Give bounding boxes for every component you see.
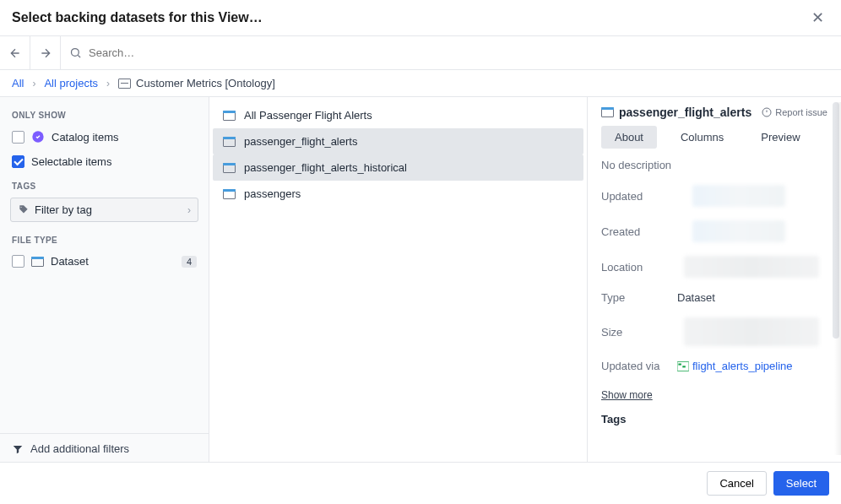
dialog-footer: Cancel Select [0,462,841,504]
list-item-label: passenger_flight_alerts [244,135,357,148]
filter-label: Selectable items [31,155,111,168]
svg-point-0 [72,49,79,57]
redacted-value-icon [684,317,819,346]
list-item[interactable]: All Passenger Flight Alerts [213,102,583,128]
breadcrumb-project[interactable]: All projects [44,77,98,89]
chevron-right-icon: › [32,78,35,89]
sidebar: ONLY SHOW Catalog items Selectable items… [0,97,209,463]
forward-button[interactable] [30,36,61,69]
list-item-label: passengers [244,187,301,200]
list-item[interactable]: passenger_flight_alerts [213,128,583,154]
select-button[interactable]: Select [773,471,829,496]
report-issue-label: Report issue [775,107,827,117]
meta-label: Size [601,326,677,339]
search-icon [69,46,82,59]
dialog-body: ONLY SHOW Catalog items Selectable items… [0,97,841,463]
checkbox-icon[interactable] [12,155,24,168]
sidebar-content: ONLY SHOW Catalog items Selectable items… [0,97,209,433]
file-type-label: FILE TYPE [12,236,198,245]
scrollbar[interactable] [833,102,839,455]
only-show-label: ONLY SHOW [12,111,198,120]
filter-icon [12,443,24,455]
count-badge: 4 [182,256,197,268]
meta-size: Size [601,317,827,346]
tag-icon [18,204,30,216]
dataset-icon [223,163,236,173]
meta-label: Type [601,291,677,304]
cancel-button[interactable]: Cancel [707,471,766,496]
tags-header: Tags [601,413,827,425]
tab-columns[interactable]: Columns [667,126,737,149]
ontology-icon [118,79,131,89]
filter-by-tag-label: Filter by tag [35,203,92,216]
list-item-label: All Passenger Flight Alerts [244,109,372,122]
show-more-link[interactable]: Show more [601,389,653,401]
chevron-right-icon: › [106,78,110,89]
pipeline-link[interactable]: flight_alerts_pipeline [677,360,793,372]
meta-updated-via: Updated via flight_alerts_pipeline [601,360,827,372]
arrow-left-icon [8,46,22,60]
warning-icon [762,107,772,117]
meta-label: Updated via [601,360,677,372]
dataset-icon [223,189,236,199]
back-button[interactable] [0,36,30,69]
filter-label: Dataset [51,255,89,268]
chevron-right-icon: › [187,204,191,216]
dialog-title: Select backing datasets for this View… [12,10,263,25]
redacted-value-icon [692,220,785,242]
list-item[interactable]: passenger_flight_alerts_historical [213,154,583,181]
svg-rect-4 [678,363,681,365]
tab-about[interactable]: About [601,126,657,149]
details-title-text: passenger_flight_alerts [619,106,751,119]
filter-label: Catalog items [52,131,118,144]
meta-label: Location [601,261,677,274]
details-title: passenger_flight_alerts [601,106,751,119]
breadcrumb: All › All projects › Customer Metrics [O… [0,70,841,97]
filter-dataset[interactable]: Dataset 4 [10,252,198,271]
tab-preview[interactable]: Preview [747,126,813,149]
dataset-icon [601,107,614,117]
dialog-header: Select backing datasets for this View… ✕ [0,0,841,36]
meta-value: Dataset [677,291,715,304]
breadcrumb-root[interactable]: All [12,77,24,89]
checkbox-icon[interactable] [12,131,24,144]
meta-location: Location [601,256,827,278]
dataset-icon [31,257,44,267]
dataset-icon [223,137,236,147]
description: No description [601,159,827,171]
meta-updated: Updated [601,185,827,207]
pipeline-link-text[interactable]: flight_alerts_pipeline [692,360,793,372]
verified-badge-icon [31,130,45,144]
search-field[interactable] [61,46,841,59]
report-issue[interactable]: Report issue [762,107,827,117]
details-header: passenger_flight_alerts Report issue [601,106,827,119]
breadcrumb-leaf: Customer Metrics [Ontology] [118,77,275,89]
close-icon[interactable]: ✕ [806,8,829,27]
dataset-icon [223,111,236,121]
dataset-list: All Passenger Flight Alerts passenger_fl… [209,97,588,463]
tags-label: TAGS [12,182,198,191]
meta-created: Created [601,220,827,242]
meta-label: Updated [601,190,677,203]
add-additional-filters[interactable]: Add additional filters [0,433,209,463]
redacted-value-icon [692,185,785,207]
filter-catalog-items[interactable]: Catalog items [10,127,198,147]
list-item-label: passenger_flight_alerts_historical [244,161,407,174]
breadcrumb-leaf-label: Customer Metrics [Ontology] [136,77,275,89]
redacted-value-icon [684,256,819,278]
search-input[interactable] [89,46,833,59]
arrow-right-icon [39,46,52,60]
details-tabs: About Columns Preview [601,126,827,149]
list-item[interactable]: passengers [213,181,583,207]
checkbox-icon[interactable] [12,255,24,268]
details-panel: passenger_flight_alerts Report issue Abo… [588,97,841,463]
pipeline-icon [677,361,689,371]
svg-rect-5 [682,366,686,367]
add-filters-label: Add additional filters [30,442,129,455]
filter-selectable-items[interactable]: Selectable items [10,152,198,171]
filter-by-tag[interactable]: Filter by tag › [10,198,198,222]
meta-label: Created [601,225,677,238]
meta-type: Type Dataset [601,291,827,304]
toolbar [0,36,841,70]
